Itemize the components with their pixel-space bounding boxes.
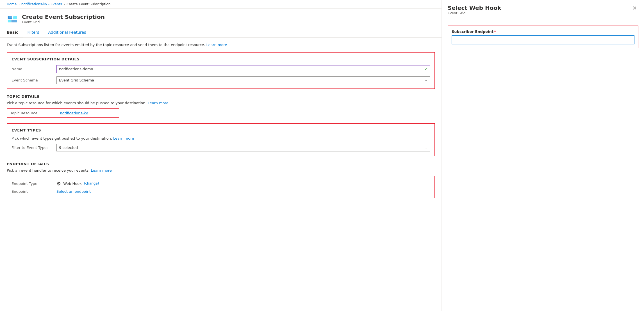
event-grid-icon (7, 13, 18, 24)
event-types-description: Pick which event types get pushed to you… (12, 136, 430, 140)
breadcrumb-current: Create Event Subscription (67, 2, 110, 6)
breadcrumb-sep1: › (18, 3, 19, 6)
page-subtitle: Event Grid (22, 20, 105, 24)
event-subscription-title: EVENT SUBSCRIPTION DETAILS (12, 57, 430, 61)
page-description: Event Subscriptions listen for events em… (7, 42, 435, 48)
breadcrumb-home[interactable]: Home (7, 2, 17, 6)
right-panel-subtitle: Event Grid (448, 11, 501, 15)
endpoint-details-title: ENDPOINT DETAILS (7, 162, 435, 166)
topic-details-section: TOPIC DETAILS Pick a topic resource for … (7, 94, 435, 118)
subscriber-endpoint-label: Subscriber Endpoint* (452, 29, 634, 34)
schema-control: Event Grid Schema ⌄ (56, 76, 430, 84)
learn-more-topic[interactable]: Learn more (148, 101, 169, 105)
topic-description: Pick a topic resource for which events s… (7, 101, 435, 105)
right-panel: Select Web Hook Event Grid ✕ Subscriber … (442, 0, 644, 311)
tabs: Basic Filters Additional Features (0, 28, 442, 38)
name-input[interactable]: notifications-demo ✓ (56, 65, 430, 73)
name-control: notifications-demo ✓ (56, 65, 430, 73)
page-header: Create Event Subscription Event Grid (0, 9, 442, 24)
endpoint-description: Pick an event handler to receive your ev… (7, 168, 435, 172)
right-title-group: Select Web Hook Event Grid (448, 4, 501, 15)
content-area: Event Subscriptions listen for events em… (0, 38, 442, 311)
right-panel-content: Subscriber Endpoint* (442, 20, 644, 54)
svg-rect-1 (13, 16, 17, 19)
event-subscription-details-box: EVENT SUBSCRIPTION DETAILS Name notifica… (7, 52, 435, 89)
endpoint-type-text: Web Hook (63, 181, 82, 186)
select-endpoint-link[interactable]: Select an endpoint (56, 189, 91, 194)
right-panel-title: Select Web Hook (448, 4, 501, 11)
tab-filters[interactable]: Filters (23, 28, 44, 37)
close-button[interactable]: ✕ (631, 4, 638, 12)
name-label: Name (12, 67, 56, 71)
learn-more-description[interactable]: Learn more (206, 43, 227, 47)
event-types-box: EVENT TYPES Pick which event types get p… (7, 123, 435, 156)
endpoint-type-value: ⚙ Web Hook (change) (56, 181, 99, 187)
schema-label: Event Schema (12, 78, 56, 82)
topic-details-title: TOPIC DETAILS (7, 94, 435, 99)
subscriber-endpoint-input[interactable] (452, 35, 634, 44)
left-panel: Home › notifications-kv - Events › Creat… (0, 0, 442, 311)
webhook-icon: ⚙ (56, 181, 61, 187)
breadcrumb-events[interactable]: notifications-kv - Events (21, 2, 62, 6)
breadcrumb: Home › notifications-kv - Events › Creat… (0, 0, 442, 9)
filter-event-types-label: Filter to Event Types (12, 146, 56, 150)
page-title-group: Create Event Subscription Event Grid (22, 13, 105, 24)
endpoint-details-section: ENDPOINT DETAILS Pick an event handler t… (7, 162, 435, 198)
filter-event-types-control: 9 selected ⌄ (56, 144, 430, 151)
endpoint-row: Endpoint Select an endpoint (12, 189, 430, 194)
filter-chevron-icon: ⌄ (425, 146, 427, 149)
endpoint-label: Endpoint (12, 189, 56, 194)
topic-resource-label: Topic Resource (10, 111, 37, 115)
event-types-title: EVENT TYPES (12, 128, 430, 132)
svg-rect-2 (8, 20, 11, 22)
subscriber-endpoint-container: Subscriber Endpoint* (448, 26, 638, 48)
tab-additional-features[interactable]: Additional Features (44, 28, 91, 37)
topic-resource-value[interactable]: notifications-kv (60, 111, 88, 115)
breadcrumb-sep2: › (64, 3, 65, 6)
endpoint-type-row: Endpoint Type ⚙ Web Hook (change) (12, 181, 430, 187)
schema-select[interactable]: Event Grid Schema ⌄ (56, 76, 430, 84)
name-row: Name notifications-demo ✓ (12, 65, 430, 73)
learn-more-events[interactable]: Learn more (113, 136, 134, 140)
filter-event-types-row: Filter to Event Types 9 selected ⌄ (12, 144, 430, 151)
change-link[interactable]: (change) (84, 181, 99, 185)
right-panel-header: Select Web Hook Event Grid ✕ (442, 0, 644, 20)
chevron-down-icon: ⌄ (425, 78, 427, 82)
check-icon: ✓ (424, 67, 427, 71)
learn-more-endpoint[interactable]: Learn more (91, 168, 112, 172)
svg-rect-0 (8, 16, 12, 19)
tab-basic[interactable]: Basic (7, 28, 23, 37)
endpoint-type-label: Endpoint Type (12, 181, 56, 186)
schema-row: Event Schema Event Grid Schema ⌄ (12, 76, 430, 84)
endpoint-box: Endpoint Type ⚙ Web Hook (change) Endpoi… (7, 176, 435, 198)
required-indicator: * (494, 29, 496, 34)
page-title: Create Event Subscription (22, 13, 105, 20)
topic-resource-box: Topic Resource notifications-kv (7, 108, 119, 118)
filter-event-types-select[interactable]: 9 selected ⌄ (56, 144, 430, 151)
svg-rect-3 (11, 20, 17, 22)
